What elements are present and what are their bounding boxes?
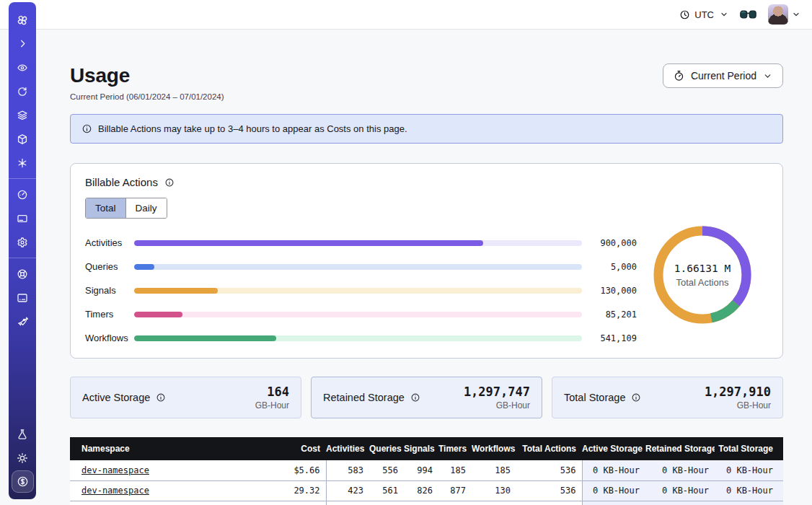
value-cell: 583	[326, 460, 369, 480]
top-bar: UTC	[0, 0, 812, 30]
cube-icon[interactable]	[9, 127, 36, 151]
namespace-cell: dev-namespace	[70, 480, 274, 501]
value-cell: 883	[404, 501, 438, 505]
bar-value: 130,000	[592, 286, 637, 296]
total-storage-value: 1,297,910	[705, 385, 771, 399]
namespace-link[interactable]: dev-namespace	[81, 465, 149, 475]
goggles-icon[interactable]	[740, 9, 756, 19]
column-header-queries: Queries	[369, 437, 404, 460]
period-dropdown-label: Current Period	[691, 70, 756, 82]
column-header-total-actions: Total Actions	[516, 437, 582, 460]
bar-value: 541,109	[592, 333, 637, 343]
total-actions-donut-chart: 1.66131 M Total Actions	[637, 221, 768, 329]
value-cell: 0 KB-Hour	[582, 460, 645, 480]
billable-actions-card: Billable Actions Total Daily Activities9…	[70, 163, 783, 359]
value-cell: 556	[369, 460, 404, 480]
total-storage-card: Total Storage 1,297,910 GB-Hour	[552, 377, 783, 418]
value-cell: 561	[369, 480, 404, 501]
dollar-icon[interactable]	[9, 470, 36, 493]
tab-daily[interactable]: Daily	[125, 198, 167, 218]
table-header-row: NamespaceCostActivitiesQueriesSignalsTim…	[70, 437, 783, 460]
layers-icon[interactable]	[9, 103, 36, 127]
bar-value: 5,000	[592, 262, 637, 272]
namespace-cell: dev-namespace	[70, 460, 274, 480]
timezone-selector[interactable]: UTC	[679, 9, 728, 20]
period-dropdown-button[interactable]: Current Period	[663, 63, 783, 88]
value-cell: 0 KB-Hour	[645, 480, 715, 501]
namespace-link[interactable]: dev-namespace	[81, 486, 149, 496]
value-cell: 423	[326, 480, 369, 501]
info-icon[interactable]	[156, 392, 166, 403]
value-cell: 600	[472, 501, 516, 505]
history-icon[interactable]	[9, 79, 36, 103]
chevron-right-icon[interactable]	[9, 32, 36, 56]
info-banner-text: Billable Actions may take up to 3–4 hour…	[98, 123, 407, 134]
column-header-retained-storage: Retained Storage	[645, 437, 715, 460]
value-cell: 130	[472, 480, 516, 501]
value-cell: 826	[404, 480, 438, 501]
info-icon[interactable]	[410, 392, 420, 403]
value-cell: 0 KB-Hour	[645, 460, 715, 480]
column-header-activities: Activities	[326, 437, 369, 460]
tab-total[interactable]: Total	[86, 198, 125, 218]
info-banner: Billable Actions may take up to 3–4 hour…	[70, 114, 783, 144]
value-cell: 0 KB-Hour	[715, 501, 783, 505]
retained-storage-label: Retained Storage	[323, 392, 405, 403]
value-cell: 0 KB-Hour	[715, 480, 783, 501]
gauge-icon[interactable]	[9, 183, 36, 206]
console-icon[interactable]	[9, 286, 36, 309]
sun-icon[interactable]	[9, 446, 36, 470]
gear-icon[interactable]	[9, 230, 36, 254]
bar-fill	[134, 240, 483, 246]
column-header-cost: Cost	[274, 437, 326, 460]
value-cell: 0 KB-Hour	[645, 501, 715, 505]
bar-row-workflows: Workflows541,109	[85, 333, 637, 343]
bar-label: Queries	[85, 261, 134, 272]
account-menu[interactable]	[768, 4, 800, 25]
temporal-logo-icon[interactable]	[9, 8, 36, 32]
rocket-icon[interactable]	[9, 309, 36, 333]
credit-card-icon[interactable]	[9, 206, 36, 230]
info-icon[interactable]	[164, 177, 175, 188]
retained-storage-card: Retained Storage 1,297,747 GB-Hour	[311, 377, 542, 418]
billable-actions-bar-chart: Activities900,000Queries5,000Signals130,…	[85, 237, 637, 343]
bar-label: Timers	[85, 309, 134, 320]
value-cell: 536	[369, 501, 404, 505]
active-storage-value: 164	[255, 385, 289, 399]
retained-storage-unit: GB-Hour	[464, 400, 530, 410]
total-actions-value: 1.66131 M	[674, 263, 731, 274]
total-storage-unit: GB-Hour	[705, 400, 771, 410]
active-storage-label: Active Storage	[82, 392, 150, 403]
bar-fill	[134, 288, 218, 294]
lifebuoy-icon[interactable]	[9, 262, 36, 286]
page-subtitle: Current Period (06/01/2024 – 07/01/2024)	[70, 92, 224, 101]
value-cell: 492	[326, 501, 369, 505]
asterisk-icon[interactable]	[9, 151, 36, 175]
chevron-down-icon	[792, 10, 800, 19]
sidebar-divider	[9, 178, 36, 179]
value-cell: 816	[438, 501, 472, 505]
bar-row-timers: Timers85,201	[85, 309, 637, 320]
value-cell: 994	[404, 460, 438, 480]
value-cell: 185	[438, 460, 472, 480]
storage-summary-row: Active Storage 164 GB-Hour Retained Stor…	[70, 377, 783, 418]
chevron-down-icon	[720, 10, 728, 19]
column-header-active-storage: Active Storage	[582, 437, 645, 460]
sidebar-nav	[9, 2, 36, 499]
bar-label: Activities	[85, 237, 134, 248]
value-cell: $5.66	[274, 460, 326, 480]
bar-row-queries: Queries5,000	[85, 261, 637, 272]
stopwatch-icon	[674, 70, 684, 82]
bar-fill	[134, 264, 154, 270]
active-storage-card: Active Storage 164 GB-Hour	[70, 377, 301, 418]
flask-icon[interactable]	[9, 422, 36, 446]
bar-value: 85,201	[592, 309, 637, 320]
info-icon[interactable]	[631, 392, 641, 403]
total-actions-label: Total Actions	[674, 277, 731, 288]
avatar	[768, 4, 788, 25]
timezone-label: UTC	[694, 9, 714, 20]
value-cell: 877	[438, 480, 472, 501]
column-header-total-storage: Total Storage	[715, 437, 783, 460]
eye-icon[interactable]	[9, 56, 36, 79]
value-cell: 29.32	[274, 480, 326, 501]
